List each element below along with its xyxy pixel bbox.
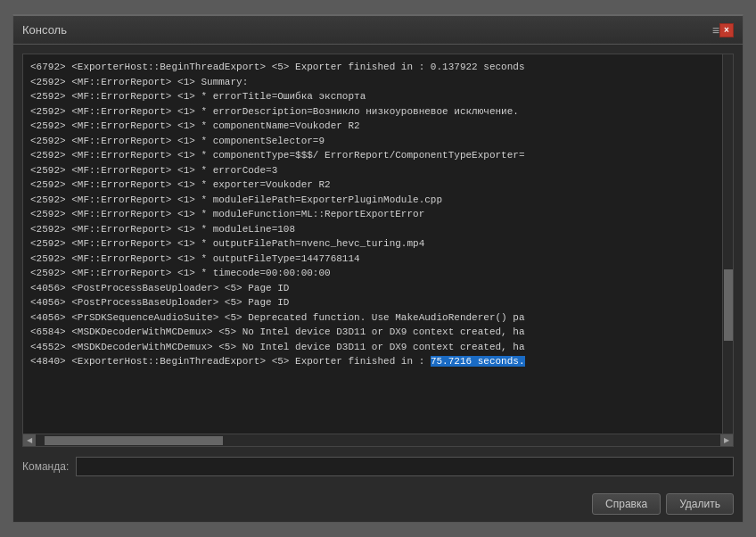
console-line: <2592> <MF::ErrorReport> <1> * component… <box>30 119 715 134</box>
close-button[interactable]: × <box>719 23 734 37</box>
console-line: <2592> <MF::ErrorReport> <1> * errorDesc… <box>30 104 715 120</box>
console-line: <2592> <MF::ErrorReport> <1> * errorTitl… <box>30 89 715 104</box>
console-line: <2592> <MF::ErrorReport> <1> * component… <box>30 134 715 149</box>
buttons-area: Справка Удалить <box>13 486 743 522</box>
window-title: Консоль <box>22 23 707 37</box>
command-label: Команда: <box>22 460 69 473</box>
delete-button[interactable]: Удалить <box>666 493 734 515</box>
console-line: <6584> <MSDKDecoderWithMCDemux> <5> No I… <box>30 325 715 340</box>
console-text: <6792> <ExporterHost::BeginThreadExport>… <box>23 54 722 434</box>
console-line: <2592> <MF::ErrorReport> <1> * component… <box>30 148 715 163</box>
scrollbar-h-track[interactable] <box>36 435 720 446</box>
scrollbar-thumb[interactable] <box>724 269 733 341</box>
horizontal-scrollbar[interactable]: ◀ ▶ <box>23 434 733 446</box>
console-line: <4056> <PrSDKSequenceAudioSuite> <5> Dep… <box>30 310 715 326</box>
console-line: <2592> <MF::ErrorReport> <1> * moduleFil… <box>30 193 715 208</box>
highlighted-text: 75.7216 seconds. <box>431 356 525 367</box>
console-line: <6792> <ExporterHost::BeginThreadExport>… <box>30 60 715 75</box>
console-line: <4840> <ExporterHost::BeginThreadExport>… <box>30 354 715 369</box>
console-line: <2592> <MF::ErrorReport> <1> * moduleFun… <box>30 207 715 222</box>
console-line: <2592> <MF::ErrorReport> <1> * moduleLin… <box>30 222 715 237</box>
scroll-left-arrow[interactable]: ◀ <box>23 434 36 447</box>
command-input[interactable] <box>76 457 734 476</box>
menu-icon[interactable]: ≡ <box>712 23 719 37</box>
console-line: <2592> <MF::ErrorReport> <1> * outputFil… <box>30 252 715 267</box>
console-line: <2592> <MF::ErrorReport> <1> * errorCode… <box>30 163 715 178</box>
close-icon: × <box>724 25 729 35</box>
console-line: <4056> <PostProcessBaseUploader> <5> Pag… <box>30 281 715 296</box>
console-line: <2592> <MF::ErrorReport> <1> * timecode=… <box>30 266 715 281</box>
main-window: Консоль ≡ × <6792> <ExporterHost::BeginT… <box>12 14 744 523</box>
console-area: <6792> <ExporterHost::BeginThreadExport>… <box>22 54 734 447</box>
vertical-scrollbar[interactable] <box>722 54 733 434</box>
console-line: <4552> <MSDKDecoderWithMCDemux> <5> No I… <box>30 340 715 355</box>
console-line: <4056> <PostProcessBaseUploader> <5> Pag… <box>30 295 715 310</box>
console-line: <2592> <MF::ErrorReport> <1> * outputFil… <box>30 236 715 252</box>
command-area: Команда: <box>13 447 743 486</box>
console-line: <2592> <MF::ErrorReport> <1> * exporter=… <box>30 178 715 193</box>
console-line: <2592> <MF::ErrorReport> <1> Summary: <box>30 75 715 90</box>
scroll-right-arrow[interactable]: ▶ <box>720 434 733 447</box>
console-content[interactable]: <6792> <ExporterHost::BeginThreadExport>… <box>23 54 733 434</box>
title-bar: Консоль ≡ × <box>13 16 743 45</box>
help-button[interactable]: Справка <box>592 493 661 515</box>
scrollbar-h-thumb[interactable] <box>45 436 223 445</box>
